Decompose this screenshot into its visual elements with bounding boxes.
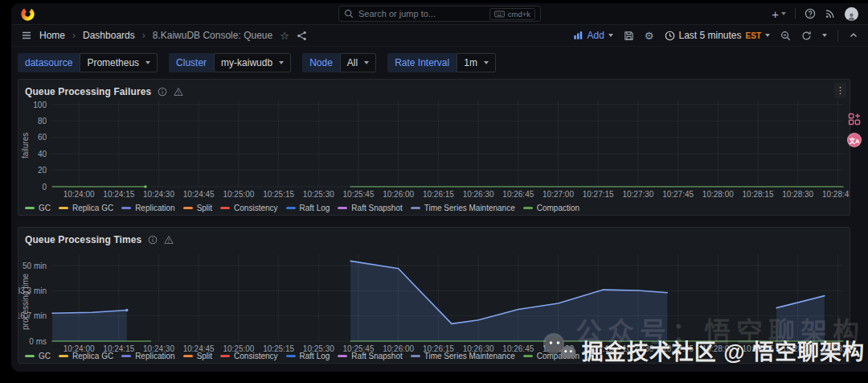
share-icon[interactable]: [297, 31, 307, 41]
scroll-to-top-button[interactable]: [849, 31, 858, 40]
legend-item-replication[interactable]: Replication: [121, 204, 174, 212]
legend-item-raft-log[interactable]: Raft Log: [286, 352, 330, 360]
variable-label: Rate Interval: [387, 53, 457, 72]
user-avatar[interactable]: [845, 7, 858, 21]
variable-datasource: datasourcePrometheus: [18, 53, 158, 72]
y-tick: 60: [38, 133, 47, 142]
x-tick: 10:25:00: [223, 190, 254, 199]
panel-queue-processing-times: Queue Processing Times processing time 0…: [18, 227, 850, 364]
variable-value-dropdown[interactable]: 1m: [457, 53, 496, 72]
failures-chart[interactable]: 02040608010010:24:0010:24:1510:24:3010:2…: [18, 80, 850, 215]
legend-color-mark: [411, 355, 420, 357]
panel-menu-kebab-icon[interactable]: ⋮: [834, 83, 846, 98]
legend-item-replication[interactable]: Replication: [121, 352, 174, 360]
legend-item-consistency[interactable]: Consistency: [220, 352, 277, 360]
keyboard-shortcut-badge: cmd+k: [489, 8, 535, 20]
legend-color-mark: [220, 355, 230, 357]
x-tick: 10:28:45: [822, 344, 850, 353]
variable-value-dropdown[interactable]: All: [340, 53, 376, 72]
legend-item-gc[interactable]: GC: [25, 352, 51, 360]
legend-color-mark: [338, 207, 347, 209]
legend-item-raft-log[interactable]: Raft Log: [286, 204, 330, 212]
refresh-button[interactable]: [801, 31, 812, 41]
legend-item-split[interactable]: Split: [183, 352, 212, 360]
series-area: [776, 296, 825, 341]
warning-icon[interactable]: [164, 235, 174, 245]
x-tick: 10:27:15: [583, 190, 614, 199]
refresh-interval-caret[interactable]: [822, 34, 827, 37]
help-button[interactable]: [805, 8, 816, 19]
hamburger-menu-icon[interactable]: [21, 30, 32, 41]
y-tick: 20: [38, 166, 47, 175]
zoom-out-time-button[interactable]: [780, 31, 791, 41]
legend-item-raft-snapshot[interactable]: Raft Snapshot: [338, 352, 402, 360]
legend-item-split[interactable]: Split: [183, 204, 212, 212]
panel-title: Queue Processing Failures: [25, 86, 151, 97]
legend-color-mark: [338, 355, 347, 357]
translate-extension-icon[interactable]: 文A: [847, 133, 862, 147]
variable-value-dropdown[interactable]: my-kaiwudb: [214, 53, 291, 72]
x-tick: 10:28:30: [782, 344, 813, 353]
info-icon[interactable]: [148, 235, 158, 245]
star-icon[interactable]: ☆: [280, 30, 289, 42]
legend-item-time-series-maintenance[interactable]: Time Series Maintenance: [411, 204, 515, 212]
timezone-badge: EST: [746, 31, 761, 40]
grid-plus-extension-icon[interactable]: [848, 113, 861, 126]
series-point: [144, 185, 146, 187]
x-tick: 10:26:15: [423, 190, 454, 199]
x-tick: 10:28:00: [702, 190, 734, 199]
legend-color-mark: [183, 207, 193, 209]
save-dashboard-button[interactable]: [624, 31, 634, 41]
legend-item-gc[interactable]: GC: [25, 204, 51, 212]
legend-item-raft-snapshot[interactable]: Raft Snapshot: [338, 204, 402, 212]
legend-item-compaction[interactable]: Compaction: [523, 204, 579, 212]
y-axis-label: failures: [20, 102, 30, 189]
info-icon[interactable]: [158, 87, 167, 97]
top-nav-bar: Search or jump to... cmd+k +: [11, 3, 868, 25]
x-tick: 10:28:15: [743, 190, 774, 199]
variable-label: Node: [302, 53, 340, 72]
x-tick: 10:27:45: [662, 344, 694, 353]
legend-item-replica-gc[interactable]: Replica GC: [59, 352, 113, 360]
grafana-logo[interactable]: [21, 7, 35, 21]
new-plus-button[interactable]: +: [772, 8, 786, 20]
x-tick: 10:27:30: [622, 190, 653, 199]
legend-item-consistency[interactable]: Consistency: [220, 204, 277, 212]
news-rss-button[interactable]: [825, 8, 836, 19]
x-tick: 10:26:00: [383, 190, 414, 199]
y-tick: 100: [33, 101, 47, 109]
x-tick: 10:25:45: [343, 190, 375, 199]
chart-legend: GCReplica GCReplicationSplitConsistencyR…: [25, 204, 579, 212]
series-area: [350, 261, 667, 341]
x-tick: 10:27:30: [622, 344, 653, 353]
variable-rate-interval: Rate Interval1m: [387, 53, 496, 72]
search-input[interactable]: Search or jump to... cmd+k: [338, 6, 541, 22]
panel-queue-processing-failures: Queue Processing Failures ⋮ failures 020…: [18, 79, 850, 216]
breadcrumb-home[interactable]: Home: [39, 30, 65, 41]
dashboard-settings-button[interactable]: ⚙: [645, 31, 654, 41]
add-button[interactable]: Add: [573, 30, 612, 41]
processing-time-chart[interactable]: 0 ms16.7 min33.3 min50 min10:24:0010:24:…: [18, 228, 850, 363]
legend-color-mark: [59, 207, 68, 209]
legend-item-time-series-maintenance[interactable]: Time Series Maintenance: [411, 352, 515, 360]
variable-label: datasource: [18, 53, 80, 72]
legend-color-mark: [411, 207, 420, 209]
panel-header[interactable]: Queue Processing Failures: [18, 80, 850, 99]
legend-color-mark: [183, 355, 193, 357]
legend-item-replica-gc[interactable]: Replica GC: [59, 204, 113, 212]
variable-value-dropdown[interactable]: Prometheus: [80, 53, 158, 72]
warning-icon[interactable]: [174, 87, 183, 97]
caret-down-icon: [765, 34, 770, 37]
time-range-picker[interactable]: Last 5 minutes EST: [665, 30, 771, 41]
x-tick: 10:28:00: [702, 344, 734, 353]
legend-color-mark: [25, 355, 35, 357]
breadcrumb-bar: Home › Dashboards › 8.KaiwuDB Console: Q…: [11, 25, 868, 47]
legend-color-mark: [121, 355, 131, 357]
legend-item-compaction[interactable]: Compaction: [523, 352, 579, 360]
panel-title: Queue Processing Times: [25, 234, 141, 245]
panel-header[interactable]: Queue Processing Times: [18, 228, 850, 247]
chart-legend: GCReplica GCReplicationSplitConsistencyR…: [25, 352, 579, 360]
clock-icon: [665, 31, 675, 41]
variable-node: NodeAll: [302, 53, 376, 72]
breadcrumb-dashboards[interactable]: Dashboards: [83, 30, 135, 41]
